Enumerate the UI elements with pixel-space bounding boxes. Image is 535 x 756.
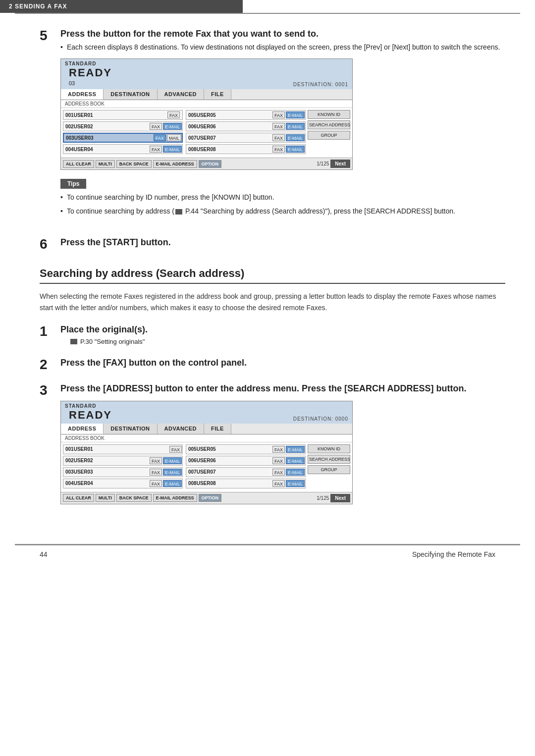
- screen-left-2: 001USER01 FAX 002USER02 FAX E-MAIL 003US…: [63, 444, 306, 490]
- screen-body-2: 001USER01 FAX 002USER02 FAX E-MAIL 003US…: [61, 442, 352, 492]
- search-address-btn-1[interactable]: SEARCH ADDRESS: [308, 120, 350, 129]
- user-row-2-008[interactable]: 008USER08 FAX E-MAIL: [186, 479, 306, 488]
- tips-label: Tips: [60, 179, 86, 189]
- screen-sub-label-2: ADDRESS BOOK: [61, 434, 352, 442]
- next-btn-2[interactable]: Next: [330, 494, 350, 502]
- screen-ready-1: READY: [65, 66, 116, 79]
- group-btn-2[interactable]: GROUP: [308, 465, 350, 474]
- tab-advanced-1[interactable]: ADVANCED: [158, 89, 205, 100]
- screen-destination-1: DESTINATION: 0001: [293, 82, 348, 87]
- multi-btn-1[interactable]: MULTI: [96, 160, 115, 168]
- step-5-number: 5: [40, 28, 60, 44]
- user-row-001[interactable]: 001USER01 FAX: [63, 110, 183, 120]
- screen-standard-1: STANDARD: [65, 61, 116, 66]
- step-1b-number: 1: [40, 324, 60, 339]
- next-btn-1[interactable]: Next: [330, 160, 350, 168]
- user-row-2-004[interactable]: 004USER04 FAX E-MAIL: [63, 479, 183, 488]
- step-3b-title: Press the [ADDRESS] button to enter the …: [60, 383, 505, 394]
- back-space-btn-1[interactable]: BACK SPACE: [116, 160, 152, 168]
- user-row-007[interactable]: 007USER07 FAX E-MAIL: [186, 133, 306, 143]
- user-row-003[interactable]: 003USER03 FAX MAIL: [63, 133, 183, 143]
- user-row-008[interactable]: 008USER08 FAX E-MAIL: [186, 144, 306, 154]
- tips-box: Tips To continue searching by ID number,…: [60, 179, 505, 217]
- user-row-005[interactable]: 005USER05 FAX E-MAIL: [186, 110, 306, 120]
- step-6-number: 6: [40, 236, 60, 252]
- page-indicator-1: 1/125: [317, 161, 329, 166]
- tab-destination-1[interactable]: DESTINATION: [104, 89, 157, 100]
- group-btn-1[interactable]: GROUP: [308, 131, 350, 140]
- section-intro: When selecting the remote Faxes register…: [40, 291, 505, 314]
- user-row-2-006[interactable]: 006USER06 FAX E-MAIL: [186, 456, 306, 466]
- step-1b-title: Place the original(s).: [60, 324, 505, 335]
- tab-file-2[interactable]: FILE: [204, 424, 231, 434]
- email-address-btn-1[interactable]: E-MAIL ADDRESS: [153, 160, 197, 168]
- header-bar: 2 SENDING A FAX: [0, 0, 243, 13]
- tips-content: To continue searching by ID number, pres…: [60, 192, 505, 217]
- screen-right-2: KNOWN ID SEARCH ADDRESS GROUP: [306, 444, 350, 490]
- user-row-002[interactable]: 002USER02 FAX E-MAIL: [63, 121, 183, 131]
- user-row-004[interactable]: 004USER04 FAX E-MAIL: [63, 144, 183, 154]
- step-3b-number: 3: [40, 382, 60, 398]
- option-btn-1[interactable]: OPTION: [199, 160, 222, 168]
- step-5-title: Press the button for the remote Fax that…: [60, 29, 505, 39]
- screen-ready-2: READY: [65, 409, 116, 422]
- page-number: 44: [40, 550, 48, 558]
- step-1b: 1 Place the original(s). P.30 "Setting o…: [40, 324, 505, 347]
- email-address-btn-2[interactable]: E-MAIL ADDRESS: [153, 494, 197, 502]
- screen-destination-2: DESTINATION: 0000: [293, 416, 348, 422]
- all-clear-btn-1[interactable]: ALL CLEAR: [63, 160, 94, 168]
- tab-destination-2[interactable]: DESTINATION: [104, 424, 157, 434]
- tab-file-1[interactable]: FILE: [204, 89, 231, 100]
- screen-header-2: STANDARD READY DESTINATION: 0000: [61, 401, 352, 424]
- multi-btn-2[interactable]: MULTI: [96, 494, 115, 502]
- known-id-btn-2[interactable]: KNOWN ID: [308, 444, 350, 453]
- back-space-btn-2[interactable]: BACK SPACE: [116, 494, 152, 502]
- step-2b-number: 2: [40, 357, 60, 373]
- screen-standard-2: STANDARD: [65, 403, 116, 409]
- header-label: 2 SENDING A FAX: [9, 3, 67, 10]
- search-address-btn-2[interactable]: SEARCH ADDRESS: [308, 455, 350, 464]
- step-6: 6 Press the [START] button.: [40, 237, 505, 252]
- book-icon-1: [70, 339, 77, 344]
- tips-item-2: To continue searching by address ( P.44 …: [60, 206, 505, 217]
- tab-address-1[interactable]: ADDRESS: [61, 89, 104, 100]
- tab-advanced-2[interactable]: ADVANCED: [158, 424, 205, 434]
- screen-mockup-2: STANDARD READY DESTINATION: 0000 ADDRESS…: [60, 401, 353, 504]
- screen-left-1: 001USER01 FAX 002USER02 FAX E-MAIL: [63, 110, 306, 156]
- screen-tabs-2: ADDRESS DESTINATION ADVANCED FILE: [61, 424, 352, 434]
- option-btn-2[interactable]: OPTION: [199, 494, 222, 502]
- screen-tabs-1: ADDRESS DESTINATION ADVANCED FILE: [61, 89, 352, 100]
- tips-item-1: To continue searching by ID number, pres…: [60, 192, 505, 204]
- all-clear-btn-2[interactable]: ALL CLEAR: [63, 494, 94, 502]
- step-2b: 2 Press the [FAX] button on the control …: [40, 358, 505, 373]
- section-heading: Searching by address (Search address): [40, 267, 505, 284]
- screen-footer-2: ALL CLEAR MULTI BACK SPACE E-MAIL ADDRES…: [61, 492, 352, 504]
- screen-header-1: STANDARD READY 03 DESTINATION: 0001: [61, 59, 352, 89]
- screen-sub-label-1: ADDRESS BOOK: [61, 100, 352, 108]
- step-6-title: Press the [START] button.: [60, 237, 505, 248]
- step-2b-title: Press the [FAX] button on the control pa…: [60, 358, 505, 368]
- screen-num-1: 03: [65, 79, 116, 87]
- step-5: 5 Press the button for the remote Fax th…: [40, 29, 505, 226]
- known-id-btn-1[interactable]: KNOWN ID: [308, 110, 350, 119]
- user-row-2-007[interactable]: 007USER07 FAX E-MAIL: [186, 467, 306, 477]
- user-row-2-005[interactable]: 005USER05 FAX E-MAIL: [186, 444, 306, 454]
- footer-label: Specifying the Remote Fax: [412, 550, 495, 558]
- user-row-2-001[interactable]: 001USER01 FAX: [63, 444, 183, 454]
- screen-body-1: 001USER01 FAX 002USER02 FAX E-MAIL: [61, 108, 352, 158]
- screen-right-1: KNOWN ID SEARCH ADDRESS GROUP: [306, 110, 350, 156]
- user-row-2-002[interactable]: 002USER02 FAX E-MAIL: [63, 456, 183, 466]
- page-indicator-2: 1/125: [317, 495, 329, 501]
- user-row-006[interactable]: 006USER06 FAX E-MAIL: [186, 121, 306, 131]
- page-footer: 44 Specifying the Remote Fax: [15, 545, 520, 563]
- screen-mockup-1: STANDARD READY 03 DESTINATION: 0001 ADDR…: [60, 58, 353, 170]
- step-3b: 3 Press the [ADDRESS] button to enter th…: [40, 383, 505, 513]
- step-1b-sub: P.30 "Setting originals": [70, 338, 505, 345]
- user-row-2-003[interactable]: 003USER03 FAX E-MAIL: [63, 467, 183, 477]
- screen-footer-1: ALL CLEAR MULTI BACK SPACE E-MAIL ADDRES…: [61, 158, 352, 169]
- tab-address-2[interactable]: ADDRESS: [61, 424, 104, 434]
- step-5-bullet-1: Each screen displays 8 destinations. To …: [60, 42, 505, 53]
